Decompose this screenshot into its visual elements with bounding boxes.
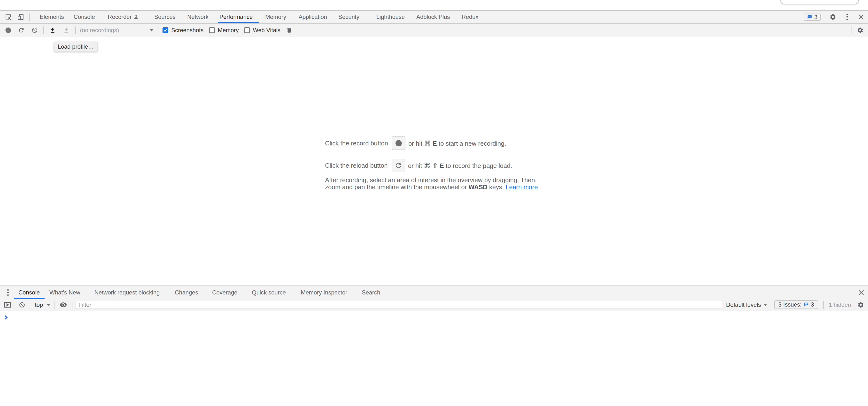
memory-checkbox[interactable]: Memory [209, 27, 239, 34]
record-button[interactable] [5, 27, 11, 33]
console-prompt-chevron [5, 315, 7, 319]
reload-record-button[interactable] [18, 27, 25, 34]
tab-adblock-plus[interactable]: Adblock Plus [416, 11, 450, 23]
drawer-tab-quick-source[interactable]: Quick source [252, 286, 286, 299]
issues-counter-button[interactable]: 3 [804, 13, 821, 21]
console-filter-input[interactable] [75, 301, 722, 309]
divider [54, 301, 55, 309]
drawer-tabbar: Console What's New Network request block… [0, 285, 868, 299]
divider [771, 301, 771, 309]
divider [824, 13, 824, 21]
drawer-tab-coverage[interactable]: Coverage [212, 286, 237, 299]
log-levels-caret-icon[interactable] [764, 304, 767, 306]
tab-network[interactable]: Network [187, 11, 209, 23]
close-drawer-icon[interactable] [859, 290, 864, 295]
context-caret-icon[interactable] [46, 304, 51, 306]
screenshots-checkbox[interactable]: Screenshots [162, 27, 204, 34]
recordings-select[interactable]: (no recordings) [80, 24, 119, 37]
performance-toolbar: (no recordings) Screenshots Memory Web V… [0, 24, 868, 37]
divider [43, 26, 44, 34]
load-profile-icon[interactable] [50, 27, 56, 34]
divider [72, 301, 72, 309]
performance-panel-content: Load profile… Click the record button or… [0, 37, 868, 285]
tab-application[interactable]: Application [299, 11, 327, 23]
web-vitals-checkbox[interactable]: Web Vitals [244, 27, 280, 34]
issues-bubble-icon [807, 14, 812, 20]
settings-gear-icon[interactable] [830, 13, 836, 20]
devtools-window: Elements Console Recorder Sources Networ… [0, 0, 868, 406]
tab-recorder[interactable]: Recorder [108, 11, 132, 23]
tab-sources[interactable]: Sources [154, 11, 176, 23]
tab-elements[interactable]: Elements [40, 11, 64, 23]
record-button-illustration[interactable] [392, 136, 405, 150]
drawer-tab-changes[interactable]: Changes [175, 286, 198, 299]
drawer-tab-network-request-blocking[interactable]: Network request blocking [94, 286, 160, 299]
hidden-messages-label: 1 hidden [829, 299, 851, 311]
divider [30, 301, 30, 309]
close-devtools-icon[interactable] [859, 14, 864, 20]
kebab-menu-icon[interactable] [846, 14, 848, 20]
drawer-tab-console[interactable]: Console [19, 286, 40, 299]
tab-lighthouse[interactable]: Lighthouse [376, 11, 405, 23]
flask-icon [133, 14, 139, 20]
console-messages-area[interactable] [0, 311, 868, 406]
tab-console[interactable]: Console [73, 11, 95, 23]
record-instruction: Click the record button or hit ⌘ E to st… [325, 136, 538, 150]
usage-hint-paragraph: After recording, select an area of inter… [325, 177, 538, 191]
clear-icon[interactable] [31, 27, 37, 33]
tab-security[interactable]: Security [338, 11, 360, 23]
context-selector[interactable]: top [35, 299, 43, 311]
log-levels-selector[interactable]: Default levels [726, 299, 761, 311]
learn-more-link[interactable]: Learn more [506, 183, 538, 191]
drawer-tab-whats-new[interactable]: What's New [50, 286, 80, 299]
performance-empty-state: Click the record button or hit ⌘ E to st… [325, 136, 538, 191]
tab-memory[interactable]: Memory [265, 11, 286, 23]
console-issues-button[interactable]: 3 Issues: 3 [774, 300, 818, 309]
tab-redux[interactable]: Redux [462, 11, 478, 23]
divider [851, 26, 852, 34]
divider [823, 301, 824, 309]
reload-button-illustration[interactable] [392, 159, 405, 172]
main-tabbar: Elements Console Recorder Sources Networ… [0, 11, 868, 24]
divider [29, 13, 30, 21]
reload-instruction: Click the reload button or hit ⌘ ⇧ E to … [325, 159, 538, 172]
divider [157, 26, 157, 34]
live-expression-eye-icon[interactable] [59, 302, 67, 308]
capture-settings-gear-icon[interactable] [857, 27, 864, 34]
browser-pill-fragment [780, 0, 859, 4]
console-settings-gear-icon[interactable] [857, 302, 864, 308]
console-toolbar: top Default levels 3 Issues: 3 1 hidden [0, 299, 868, 311]
tab-performance[interactable]: Performance [219, 11, 253, 23]
browser-top-strip [0, 0, 868, 11]
drawer-tab-search[interactable]: Search [362, 286, 380, 299]
drawer-kebab-menu-icon[interactable] [7, 290, 9, 296]
selected-tab-underline [218, 22, 259, 23]
divider [75, 26, 76, 34]
device-toolbar-icon[interactable] [17, 13, 24, 21]
issues-bubble-icon [804, 302, 809, 307]
load-profile-tooltip: Load profile… [54, 42, 98, 52]
inspect-icon[interactable] [5, 13, 11, 20]
save-profile-icon[interactable] [63, 27, 69, 34]
recordings-select-caret-icon[interactable] [150, 29, 154, 31]
console-sidebar-icon[interactable] [4, 302, 11, 308]
clear-console-icon[interactable] [19, 302, 25, 308]
trash-icon[interactable] [286, 27, 292, 34]
drawer-tab-memory-inspector[interactable]: Memory Inspector [301, 286, 347, 299]
